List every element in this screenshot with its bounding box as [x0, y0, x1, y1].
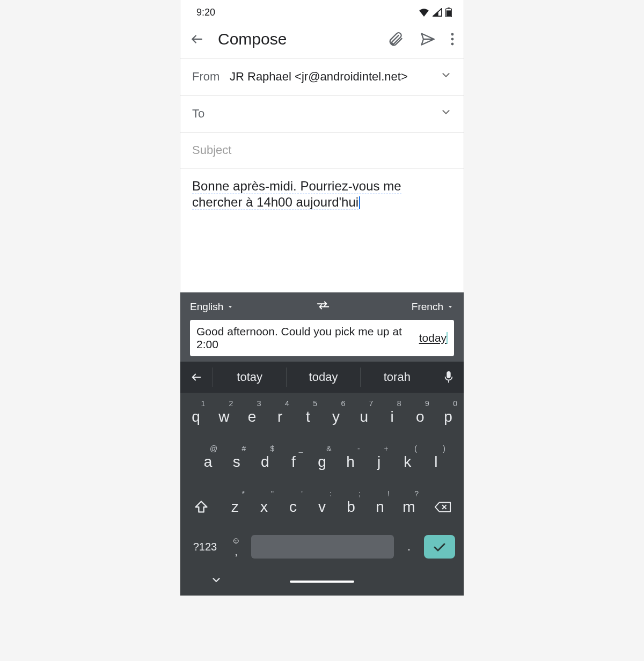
enter-key[interactable] — [424, 535, 455, 559]
cell-signal-icon — [433, 8, 442, 17]
translate-input-text: Good afternoon. Could you pick me up at … — [196, 325, 419, 351]
status-icons — [419, 8, 452, 17]
key-r[interactable]: r4 — [268, 398, 292, 436]
status-bar: 9:20 — [180, 0, 464, 23]
source-language-selector[interactable]: English — [190, 301, 234, 313]
home-indicator[interactable] — [290, 581, 354, 583]
swap-languages-icon[interactable] — [316, 300, 331, 313]
svg-point-5 — [451, 43, 454, 46]
key-o[interactable]: o9 — [408, 398, 433, 436]
key-n[interactable]: n! — [367, 488, 393, 526]
shift-key[interactable] — [184, 488, 219, 526]
to-label: To — [192, 107, 221, 121]
back-arrow-icon[interactable] — [190, 32, 204, 46]
svg-rect-6 — [447, 371, 450, 378]
key-e[interactable]: e3 — [239, 398, 264, 436]
attachment-icon[interactable] — [389, 32, 404, 47]
nav-bar — [184, 575, 460, 583]
emoji-icon: ☺ — [232, 536, 240, 546]
key-b[interactable]: b; — [338, 488, 364, 526]
from-value: JR Raphael <jr@androidintel.net> — [230, 70, 431, 84]
suggestion-1[interactable]: totay — [213, 368, 286, 387]
svg-rect-2 — [447, 10, 451, 16]
mic-icon[interactable] — [434, 371, 464, 384]
keyboard-collapse-icon[interactable] — [210, 574, 222, 588]
text-cursor — [359, 196, 360, 209]
suggestion-bar: totay today torah — [180, 362, 464, 393]
key-j[interactable]: j+ — [367, 443, 392, 481]
target-language-label: French — [412, 301, 443, 313]
subject-field[interactable]: Subject — [180, 132, 464, 168]
dropdown-caret-icon — [447, 303, 454, 311]
app-bar: Compose — [180, 23, 464, 58]
svg-point-4 — [451, 38, 454, 41]
key-k[interactable]: k( — [395, 443, 420, 481]
svg-point-3 — [451, 33, 454, 36]
key-m[interactable]: m? — [396, 488, 422, 526]
suggestion-3[interactable]: torah — [360, 368, 434, 387]
key-l[interactable]: l) — [423, 443, 449, 481]
wifi-icon — [419, 8, 429, 17]
key-a[interactable]: a@ — [195, 443, 221, 481]
key-p[interactable]: p0 — [436, 398, 460, 436]
spacebar-key[interactable] — [251, 535, 394, 559]
from-label: From — [192, 70, 221, 84]
key-h[interactable]: h- — [338, 443, 363, 481]
dropdown-caret-icon — [226, 303, 234, 311]
keyboard-row-3: z*x"c'v:b;n!m? — [184, 488, 460, 526]
key-y[interactable]: y6 — [324, 398, 348, 436]
key-u[interactable]: u7 — [352, 398, 376, 436]
phone-frame: 9:20 Compose From JR Raphael <jr@android — [180, 0, 464, 596]
key-d[interactable]: d$ — [252, 443, 277, 481]
key-i[interactable]: i8 — [379, 398, 404, 436]
key-t[interactable]: t5 — [296, 398, 320, 436]
keyboard-row-2: a@s#d$f_g&h-j+k(l) — [184, 443, 460, 481]
from-field[interactable]: From JR Raphael <jr@androidintel.net> — [180, 58, 464, 95]
key-z[interactable]: z* — [222, 488, 248, 526]
emoji-key[interactable]: ☺ , — [225, 533, 247, 560]
key-s[interactable]: s# — [224, 443, 249, 481]
from-chevron-icon[interactable] — [440, 69, 452, 84]
symbols-key[interactable]: ?123 — [189, 533, 221, 560]
translate-cursor — [447, 332, 448, 344]
battery-icon — [445, 8, 452, 17]
keyboard-bottom-row: ?123 ☺ , . — [184, 533, 460, 560]
translate-bar: English French Good afternoon. Could you… — [180, 292, 464, 362]
translate-lang-row: English French — [190, 300, 454, 313]
suggestion-back-icon[interactable] — [180, 371, 213, 383]
translate-input-underlined: today — [419, 332, 447, 344]
key-w[interactable]: w2 — [211, 398, 236, 436]
key-v[interactable]: v: — [309, 488, 335, 526]
suggestion-2[interactable]: today — [286, 368, 360, 387]
backspace-key[interactable] — [425, 488, 460, 526]
key-c[interactable]: c' — [280, 488, 306, 526]
to-field[interactable]: To — [180, 95, 464, 132]
status-time: 9:20 — [196, 7, 215, 18]
key-f[interactable]: f_ — [281, 443, 306, 481]
body-text: Bonne après-midi. Pourriez-vous me cherc… — [192, 179, 401, 210]
key-x[interactable]: x" — [251, 488, 277, 526]
source-language-label: English — [190, 301, 223, 313]
send-icon[interactable] — [420, 32, 435, 47]
key-g[interactable]: g& — [309, 443, 334, 481]
keyboard-row-1: q1w2e3r4t5y6u7i8o9p0 — [184, 398, 460, 436]
compose-body[interactable]: Bonne après-midi. Pourriez-vous me cherc… — [180, 168, 464, 292]
app-title: Compose — [218, 30, 375, 48]
keyboard: q1w2e3r4t5y6u7i8o9p0 a@s#d$f_g&h-j+k(l) … — [180, 393, 464, 596]
app-actions — [389, 32, 454, 47]
svg-rect-1 — [448, 8, 450, 9]
more-menu-icon[interactable] — [451, 32, 454, 46]
to-chevron-icon[interactable] — [440, 106, 452, 121]
translate-input[interactable]: Good afternoon. Could you pick me up at … — [190, 320, 454, 356]
subject-placeholder: Subject — [192, 143, 231, 157]
key-q[interactable]: q1 — [184, 398, 208, 436]
period-key[interactable]: . — [398, 533, 420, 560]
target-language-selector[interactable]: French — [412, 301, 454, 313]
